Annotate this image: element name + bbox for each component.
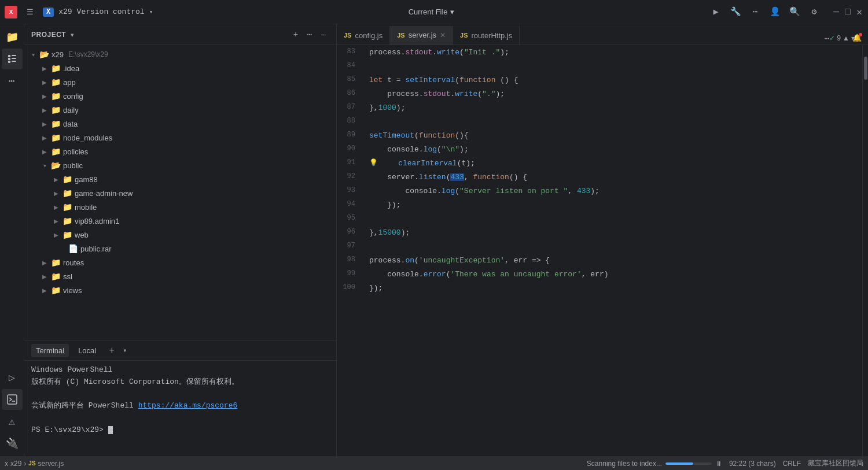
tree-item-public[interactable]: ▾ 📂 public (24, 158, 336, 172)
line-num-88: 88 (337, 114, 360, 128)
tree-root-label: x29 (52, 50, 64, 59)
tree-item-mobile[interactable]: ▶ 📁 mobile (24, 200, 336, 214)
hamburger-button[interactable]: ☰ (22, 4, 38, 20)
chevron-up-icon: ▲ (843, 34, 849, 42)
code-line-93: console.log("Server listen on port ", 43… (369, 184, 862, 198)
activity-terminal-icon[interactable] (2, 389, 23, 410)
bulb-icon[interactable]: 💡 (369, 160, 378, 166)
chevron-down-icon[interactable]: ▾ (123, 346, 127, 355)
line-num-94: 94 (337, 198, 360, 212)
project-badge: X (43, 8, 54, 17)
sidebar-actions: + ⋯ — (290, 29, 329, 40)
tab-bar: JS config.js JS server.js ✕ JS routerHtt… (337, 24, 868, 45)
status-project-name: x29 (10, 460, 21, 468)
tree-item-web[interactable]: ▶ 📁 web (24, 228, 336, 242)
close-button[interactable]: ✕ (855, 8, 863, 16)
tree-item-gam88[interactable]: ▶ 📁 gam88 (24, 172, 336, 186)
chevron-right-icon: ▶ (52, 232, 60, 238)
profile-button[interactable]: 👤 (768, 6, 781, 18)
tree-item-ssl[interactable]: ▶ 📁 ssl (24, 269, 336, 283)
code-line-84 (369, 59, 862, 73)
pause-icon[interactable]: ⏸ (715, 460, 722, 468)
current-file-label: Current File (409, 8, 448, 16)
tree-item-policies[interactable]: ▶ 📁 policies (24, 145, 336, 158)
line-num-98: 98 (337, 253, 360, 267)
svg-rect-5 (12, 61, 16, 62)
terminal-tab-terminal[interactable]: Terminal (31, 344, 69, 357)
tab-config-js[interactable]: JS config.js (337, 26, 390, 45)
run-button[interactable]: ▶ (709, 6, 722, 18)
line-num-93: 93 (337, 184, 360, 198)
status-progress-fill (665, 462, 693, 465)
activity-plugins-icon[interactable]: 🔌 (2, 433, 23, 454)
line-num-83: 83 (337, 45, 360, 59)
activity-files-icon[interactable]: 📁 (2, 27, 23, 47)
tree-item-idea[interactable]: ▶ 📁 .idea (24, 61, 336, 75)
terminal-add-button[interactable]: + (105, 345, 118, 357)
tree-item-node-modules[interactable]: ▶ 📁 node_modules (24, 131, 336, 145)
tab-server-js[interactable]: JS server.js ✕ (390, 26, 453, 45)
line-num-100: 100 (337, 281, 360, 295)
terminal-pscore-link[interactable]: https://aka.ms/pscore6 (138, 401, 238, 410)
code-editor[interactable]: 83 84 85 86 87 88 89 90 91 92 93 94 95 9… (337, 45, 868, 456)
tab-label: routerHttp.js (472, 31, 513, 40)
sidebar-header: Project ▾ + ⋯ — (24, 24, 336, 45)
tab-routerhttp-js[interactable]: JS routerHttp.js (453, 26, 520, 45)
js-file-icon: JS (344, 32, 351, 39)
editor-scrollbar[interactable] (862, 45, 868, 456)
line-numbers: 83 84 85 86 87 88 89 90 91 92 93 94 95 9… (337, 45, 365, 456)
sidebar-add-button[interactable]: + (290, 29, 301, 40)
scrollbar-thumb[interactable] (864, 57, 867, 80)
tree-item-game-admin-new[interactable]: ▶ 📁 game-admin-new (24, 186, 336, 200)
status-encoding-text: CRLF (783, 460, 801, 468)
titlebar: X ☰ X x29 Version control ▾ Current File… (0, 0, 868, 24)
chevron-down-icon: ▾ (450, 8, 454, 16)
debug-button[interactable]: 🔧 (729, 6, 742, 18)
code-line-88 (369, 114, 862, 128)
notifications-button[interactable]: 🔔 (851, 32, 863, 45)
sidebar: Project ▾ + ⋯ — ▾ 📂 x29 E:\svx29\x29 ▶ 📁… (24, 24, 337, 456)
activity-more-icon[interactable]: ⋯ (2, 71, 23, 91)
nav-label[interactable]: Version control (77, 8, 145, 16)
minimize-button[interactable]: — (832, 8, 840, 16)
status-encoding[interactable]: CRLF (783, 460, 801, 468)
js-file-icon: JS (460, 32, 468, 39)
chevron-right-icon: ▶ (41, 260, 49, 266)
tab-close-button[interactable]: ✕ (440, 31, 446, 39)
more-options-button[interactable]: ⋯ (749, 6, 762, 18)
tree-item-config[interactable]: ▶ 📁 config (24, 89, 336, 103)
tree-item-daily[interactable]: ▶ 📁 daily (24, 103, 336, 117)
terminal-body[interactable]: Windows PowerShell 版权所有 (C) Microsoft Co… (24, 361, 336, 456)
settings-button[interactable]: ⚙ (808, 6, 821, 18)
tree-root[interactable]: ▾ 📂 x29 E:\svx29\x29 (24, 47, 336, 61)
tree-item-app[interactable]: ▶ 📁 app (24, 75, 336, 89)
sidebar-more-button[interactable]: ⋯ (304, 29, 315, 40)
activity-structure-icon[interactable] (2, 49, 23, 69)
code-line-89: setTimeout(function(){ (369, 128, 862, 142)
tree-item-data[interactable]: ▶ 📁 data (24, 117, 336, 131)
restore-button[interactable]: □ (844, 8, 852, 16)
status-right: Scanning files to index... ⏸ 92:22 (3 ch… (587, 458, 863, 468)
breadcrumb-separator: › (24, 460, 26, 468)
line-num-99: 99 (337, 267, 360, 281)
sidebar-collapse-button[interactable]: — (318, 29, 329, 40)
tree-item-vip89-admin1[interactable]: ▶ 📁 vip89.admin1 (24, 214, 336, 228)
tree-item-views[interactable]: ▶ 📁 views (24, 283, 336, 297)
activity-errors-icon[interactable]: ⚠ (2, 411, 23, 432)
tree-item-routes[interactable]: ▶ 📁 routes (24, 256, 336, 269)
code-line-100: }); (369, 281, 862, 295)
code-line-91: 💡 clearInterval(t); (369, 156, 862, 170)
current-file-button[interactable]: Current File ▾ (409, 8, 454, 16)
terminal-header: Terminal Local + ▾ (24, 341, 336, 361)
terminal-panel: Terminal Local + ▾ Windows PowerShell 版权… (24, 341, 336, 456)
search-button[interactable]: 🔍 (788, 6, 801, 18)
chevron-right-icon: ▶ (41, 93, 49, 99)
tab-label: config.js (355, 31, 382, 40)
code-line-94: }); (369, 198, 862, 212)
status-file-icon: JS (28, 460, 35, 467)
activity-run-icon[interactable]: ▷ (2, 367, 23, 388)
terminal-tab-local[interactable]: Local (73, 344, 101, 357)
status-position[interactable]: 92:22 (3 chars) (729, 460, 776, 468)
checks-count-button[interactable]: ✓ 9 ▲ ▾ (836, 32, 848, 45)
tree-item-public-rar[interactable]: ▶ 📄 public.rar (24, 242, 336, 256)
